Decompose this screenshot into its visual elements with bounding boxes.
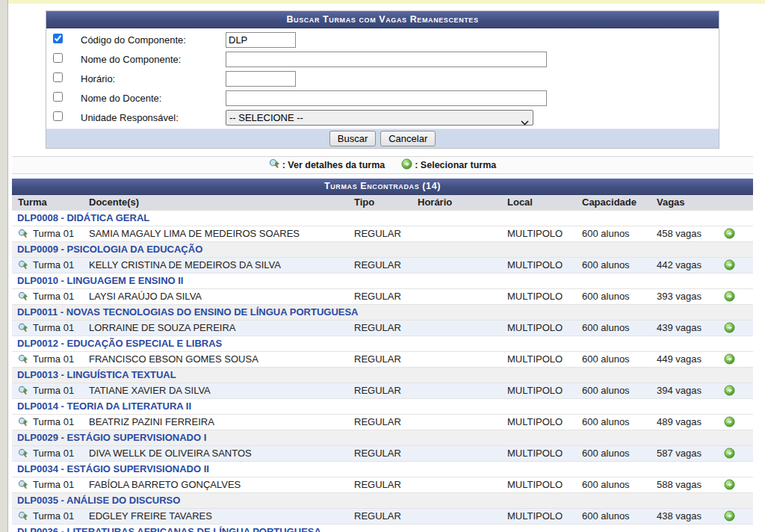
- vagas-cell: 489 vagas: [651, 415, 718, 430]
- view-details-icon[interactable]: [18, 321, 33, 335]
- legend-view-details-label: : Ver detalhes da turma: [282, 160, 385, 170]
- col-header-local: Local: [501, 195, 576, 211]
- unidade-checkbox[interactable]: [53, 111, 63, 121]
- turma-row: Turma 01 FRANCISCO EBSON GOMES SOUSA REG…: [12, 352, 753, 368]
- component-group-row: DLP0011 - NOVAS TECNOLOGIAS DO ENSINO DE…: [12, 305, 753, 321]
- turma-row: Turma 01 FABÍOLA BARRETO GONÇALVES REGUL…: [12, 477, 753, 493]
- turma-row: Turma 01 SAMIA MAGALY LIMA DE MEDEIROS S…: [12, 226, 753, 242]
- capacidade-cell: 600 alunos: [576, 477, 651, 493]
- tipo-cell: REGULAR: [348, 509, 412, 525]
- component-title: DLP0008 - DIDÁTICA GERAL: [17, 212, 149, 223]
- select-turma-icon[interactable]: [724, 321, 735, 335]
- turma-row: Turma 01 EDGLEY FREIRE TAVARES REGULAR M…: [12, 509, 753, 525]
- docente-cell: SAMIA MAGALY LIMA DE MEDEIROS SOARES: [83, 226, 348, 242]
- component-title: DLP0029 - ESTÁGIO SUPERVISIONADO I: [17, 432, 206, 443]
- view-details-icon[interactable]: [18, 446, 33, 461]
- turma-row: Turma 01 LAYSI ARAÚJO DA SILVA REGULAR M…: [12, 289, 753, 305]
- nome-docente-checkbox[interactable]: [53, 92, 63, 102]
- view-details-icon[interactable]: [18, 226, 33, 241]
- docente-cell: LORRAINE DE SOUZA PEREIRA: [83, 321, 348, 336]
- view-details-icon[interactable]: [18, 289, 33, 304]
- nome-componente-input[interactable]: [226, 52, 547, 67]
- select-turma-icon[interactable]: [724, 226, 735, 241]
- tipo-cell: REGULAR: [348, 226, 412, 242]
- tipo-cell: REGULAR: [348, 258, 412, 273]
- col-header-capacidade: Capacidade: [576, 195, 651, 211]
- turma-row: Turma 01 DIVA WELLK DE OLIVEIRA SANTOS R…: [12, 446, 753, 462]
- local-cell: MULTIPOLO: [501, 415, 576, 430]
- turma-label: Turma 01: [33, 322, 74, 333]
- magnifier-plus-icon: [269, 158, 280, 172]
- horario-cell: [412, 477, 501, 493]
- view-details-icon[interactable]: [18, 509, 33, 524]
- left-margin-strip: [0, 0, 8, 532]
- select-turma-icon[interactable]: [724, 509, 735, 524]
- view-details-icon[interactable]: [18, 258, 33, 273]
- component-group-row: DLP0008 - DIDÁTICA GERAL: [12, 211, 753, 226]
- legend-select-turma: : Selecionar turma: [401, 158, 496, 172]
- codigo-label: Código do Componente:: [81, 34, 226, 46]
- tipo-cell: REGULAR: [348, 477, 412, 493]
- local-cell: MULTIPOLO: [501, 258, 576, 273]
- vagas-cell: 587 vagas: [651, 446, 718, 462]
- docente-cell: BEATRIZ PAZINI FERREIRA: [83, 415, 348, 430]
- green-arrow-right-circle-icon: [401, 158, 412, 172]
- view-details-icon[interactable]: [18, 383, 33, 398]
- vagas-cell: 438 vagas: [651, 509, 718, 525]
- horario-cell: [412, 383, 501, 399]
- capacidade-cell: 600 alunos: [576, 289, 651, 305]
- view-details-icon[interactable]: [18, 415, 33, 430]
- component-title: DLP0012 - EDUCAÇÃO ESPECIAL E LIBRAS: [17, 338, 222, 349]
- component-group-row: DLP0029 - ESTÁGIO SUPERVISIONADO I: [12, 430, 753, 446]
- capacidade-cell: 600 alunos: [576, 226, 651, 242]
- codigo-checkbox[interactable]: [53, 34, 63, 43]
- horario-cell: [412, 352, 501, 368]
- component-title: DLP0013 - LINGUÍSTICA TEXTUAL: [17, 369, 176, 380]
- component-group-row: DLP0036 - LITERATURAS AFRICANAS DE LÍNGU…: [12, 525, 753, 532]
- view-details-icon[interactable]: [18, 352, 33, 367]
- cancelar-button[interactable]: Cancelar: [380, 131, 436, 146]
- turma-label: Turma 01: [33, 479, 74, 490]
- select-turma-icon[interactable]: [724, 477, 735, 492]
- local-cell: MULTIPOLO: [501, 352, 576, 368]
- turma-row: Turma 01 BEATRIZ PAZINI FERREIRA REGULAR…: [12, 415, 753, 430]
- component-title: DLP0034 - ESTÁGIO SUPERVISIONADO II: [17, 463, 209, 474]
- select-turma-icon[interactable]: [724, 446, 735, 461]
- nome-docente-input[interactable]: [226, 90, 547, 106]
- form-row-codigo: Código do Componente:: [46, 30, 719, 49]
- turma-row: Turma 01 TATIANE XAVIER DA SILVA REGULAR…: [12, 383, 753, 399]
- unidade-label: Unidade Responsável:: [81, 112, 226, 123]
- select-turma-icon[interactable]: [724, 352, 735, 367]
- nome-componente-checkbox[interactable]: [53, 53, 63, 63]
- results-body: DLP0008 - DIDÁTICA GERAL Turma 01 SAMIA …: [12, 211, 753, 532]
- capacidade-cell: 600 alunos: [576, 446, 651, 462]
- codigo-input[interactable]: [226, 32, 296, 48]
- form-row-nome-componente: Nome do Componente:: [46, 49, 719, 69]
- col-header-vagas: Vagas: [651, 195, 718, 211]
- select-turma-icon[interactable]: [724, 289, 735, 304]
- turma-label: Turma 01: [33, 228, 74, 239]
- select-turma-icon[interactable]: [724, 415, 735, 430]
- horario-checkbox[interactable]: [53, 72, 63, 82]
- component-group-row: DLP0013 - LINGUÍSTICA TEXTUAL: [12, 368, 753, 383]
- unidade-select[interactable]: -- SELECIONE --: [226, 110, 533, 126]
- component-title: DLP0014 - TEORIA DA LITERATURA II: [17, 400, 191, 412]
- docente-cell: KELLY CRISTINA DE MEDEIROS DA SILVA: [83, 258, 348, 273]
- main-content: Buscar Turmas com Vagas Remanescentes Có…: [12, 10, 753, 532]
- component-group-row: DLP0009 - PSICOLOGIA DA EDUCAÇÃO: [12, 242, 753, 258]
- horario-input[interactable]: [226, 71, 296, 87]
- select-turma-icon[interactable]: [724, 383, 735, 398]
- results-title: Turmas Encontradas (14): [12, 179, 753, 195]
- select-turma-icon[interactable]: [724, 258, 735, 273]
- view-details-icon[interactable]: [18, 477, 33, 492]
- nome-docente-label: Nome do Docente:: [81, 93, 226, 104]
- turma-label: Turma 01: [33, 448, 74, 459]
- search-form: Buscar Turmas com Vagas Remanescentes Có…: [46, 10, 719, 149]
- vagas-cell: 449 vagas: [651, 352, 718, 368]
- form-row-nome-docente: Nome do Docente:: [46, 88, 719, 108]
- component-title: DLP0036 - LITERATURAS AFRICANAS DE LÍNGU…: [17, 526, 321, 532]
- buscar-button[interactable]: Buscar: [329, 131, 376, 146]
- col-header-action: [718, 195, 753, 211]
- local-cell: MULTIPOLO: [501, 477, 576, 493]
- turma-row: Turma 01 KELLY CRISTINA DE MEDEIROS DA S…: [12, 258, 753, 273]
